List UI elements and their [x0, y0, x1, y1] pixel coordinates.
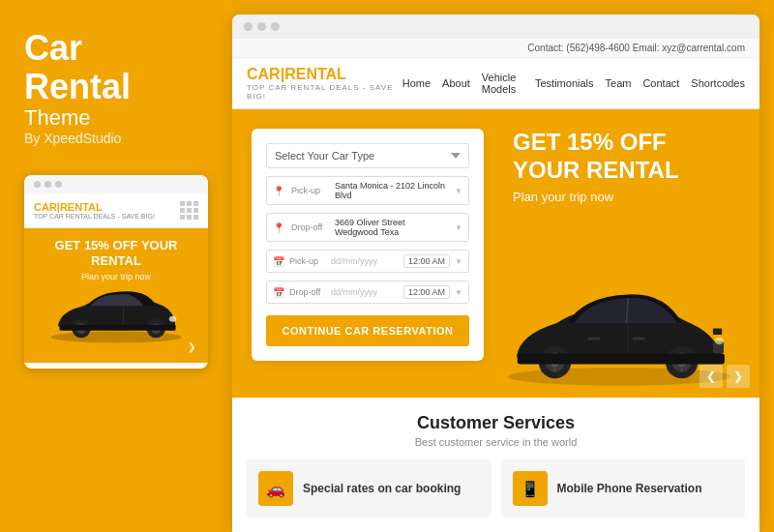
- hero-next-button[interactable]: ❯: [727, 365, 750, 388]
- svg-point-14: [715, 338, 724, 344]
- cs-cards: 🚗 Special rates on car booking 📱 Mobile …: [247, 459, 745, 517]
- svg-rect-26: [713, 329, 722, 335]
- pickup-label: Pick-up: [291, 186, 330, 195]
- browser-dot-1: [244, 22, 253, 31]
- mobile-mockup: CAR|RENTAL TOP CAR RENTAL DEALS - SAVE B…: [24, 175, 208, 369]
- dropoff-date-value: dd/mm/yyyy: [331, 287, 399, 297]
- site-nav: Home About Vehicle Models Testimonials T…: [402, 72, 745, 95]
- left-by: By XpeedStudio: [24, 131, 208, 146]
- hero-prev-button[interactable]: ❮: [700, 365, 723, 388]
- mobile-hero: GET 15% OFF YOUR RENTAL Plan your trip n…: [24, 228, 208, 363]
- cs-card-2-icon: 📱: [513, 471, 548, 506]
- pickup-date-value: dd/mm/yyyy: [331, 256, 399, 266]
- nav-shortcodes[interactable]: Shortcodes: [691, 77, 745, 89]
- dropoff-datetime-row[interactable]: 📅 Drop-off dd/mm/yyyy 12:00 AM ▼: [266, 281, 469, 304]
- mobile-logo: CAR|RENTAL: [34, 201, 155, 213]
- pickup-arrow: ▼: [455, 187, 462, 195]
- mobile-car-image: [44, 281, 189, 349]
- pickup-time-value[interactable]: 12:00 AM: [403, 254, 450, 268]
- dropoff-location-row[interactable]: 📍 Drop-off 3669 Oliver Street Wedgwood T…: [266, 213, 469, 242]
- car-type-select[interactable]: Select Your Car Type: [266, 143, 469, 168]
- continue-reservation-button[interactable]: CONTINUE CAR RESERVATION: [266, 315, 469, 346]
- cs-subtitle: Best customer service in the world: [247, 436, 745, 448]
- mobile-tagline: TOP CAR RENTAL DEALS - SAVE BIG!: [34, 213, 155, 220]
- site-header-contact: Contact: (562)498-4600 Email: xyz@carren…: [232, 39, 759, 58]
- pickup-location-row[interactable]: 📍 Pick-up Santa Monica - 2102 Lincoln Bl…: [266, 176, 469, 205]
- nav-vehicle-models[interactable]: Vehicle Models: [482, 72, 523, 95]
- dropoff-time-value[interactable]: 12:00 AM: [403, 285, 450, 299]
- mobile-dots-bar: [24, 175, 208, 193]
- svg-rect-25: [518, 353, 725, 364]
- mobile-hero-title: GET 15% OFF YOUR RENTAL: [34, 238, 198, 268]
- pickup-value: Santa Monica - 2102 Lincoln Blvd: [335, 181, 450, 200]
- nav-contact[interactable]: Contact: [642, 77, 679, 89]
- dropoff-arrow: ▼: [455, 223, 462, 232]
- nav-about[interactable]: About: [442, 77, 470, 89]
- hero-arrows: ❮ ❯: [700, 365, 750, 388]
- pickup-datetime-row[interactable]: 📅 Pick-up dd/mm/yyyy 12:00 AM ▼: [266, 250, 469, 273]
- browser-dot-3: [271, 22, 280, 31]
- pickup-time-arrow: ▼: [455, 257, 462, 266]
- left-title: Car Rental: [24, 29, 208, 105]
- svg-rect-28: [588, 338, 601, 340]
- pickup-location-icon: 📍: [273, 186, 286, 196]
- svg-point-8: [169, 316, 177, 322]
- left-panel: Car Rental Theme By XpeedStudio CAR|RENT…: [0, 0, 232, 532]
- left-subtitle: Theme: [24, 105, 208, 131]
- dropoff-label: Drop-off: [291, 222, 330, 232]
- cs-card-2: 📱 Mobile Phone Reservation: [501, 459, 746, 517]
- browser-window: Contact: (562)498-4600 Email: xyz@carren…: [232, 15, 759, 532]
- mobile-dot-3: [55, 181, 62, 188]
- mobile-next-arrow[interactable]: ❯: [183, 338, 200, 355]
- customer-services-section: Customer Services Best customer service …: [232, 398, 759, 532]
- cs-card-1-icon: 🚗: [258, 471, 293, 506]
- dropoff-value: 3669 Oliver Street Wedgwood Texa: [335, 218, 450, 237]
- browser-bar: [232, 15, 759, 39]
- site-hero: Select Your Car Type 📍 Pick-up Santa Mon…: [232, 109, 759, 398]
- site-logo-tagline: TOP CAR RENTAL DEALS - SAVE BIG!: [247, 83, 402, 101]
- mobile-dot-1: [34, 181, 41, 188]
- svg-rect-27: [633, 338, 645, 340]
- dropoff-date-label: Drop-off: [289, 287, 326, 297]
- svg-rect-9: [60, 325, 176, 331]
- browser-dot-2: [257, 22, 266, 31]
- site-header-main: CAR|RENTAL TOP CAR RENTAL DEALS - SAVE B…: [232, 58, 759, 108]
- cs-card-2-text: Mobile Phone Reservation: [557, 482, 702, 495]
- pickup-date-label: Pick-up: [289, 256, 326, 266]
- dropoff-time-arrow: ▼: [455, 288, 462, 297]
- site-header: Contact: (562)498-4600 Email: xyz@carren…: [232, 39, 759, 109]
- dropoff-calendar-icon: 📅: [273, 287, 284, 298]
- hero-offer-title: GET 15% OFF YOUR RENTAL: [513, 129, 730, 185]
- dropoff-location-icon: 📍: [273, 222, 286, 233]
- pickup-calendar-icon: 📅: [273, 256, 284, 267]
- hero-right: GET 15% OFF YOUR RENTAL Plan your trip n…: [484, 109, 759, 398]
- nav-team[interactable]: Team: [606, 77, 632, 89]
- site-logo: CAR|RENTAL: [247, 66, 402, 83]
- hero-offer-sub: Plan your trip now: [513, 190, 730, 204]
- cs-card-1: 🚗 Special rates on car booking: [247, 459, 491, 517]
- nav-home[interactable]: Home: [402, 77, 431, 89]
- cs-title: Customer Services: [247, 413, 745, 433]
- mobile-hero-sub: Plan your trip now: [34, 272, 198, 281]
- mobile-header: CAR|RENTAL TOP CAR RENTAL DEALS - SAVE B…: [24, 193, 208, 228]
- nav-testimonials[interactable]: Testimonials: [535, 77, 594, 89]
- booking-form: Select Your Car Type 📍 Pick-up Santa Mon…: [252, 129, 484, 361]
- mobile-grid-icon: [180, 201, 198, 220]
- mobile-dot-2: [45, 181, 51, 188]
- cs-card-1-text: Special rates on car booking: [303, 482, 461, 495]
